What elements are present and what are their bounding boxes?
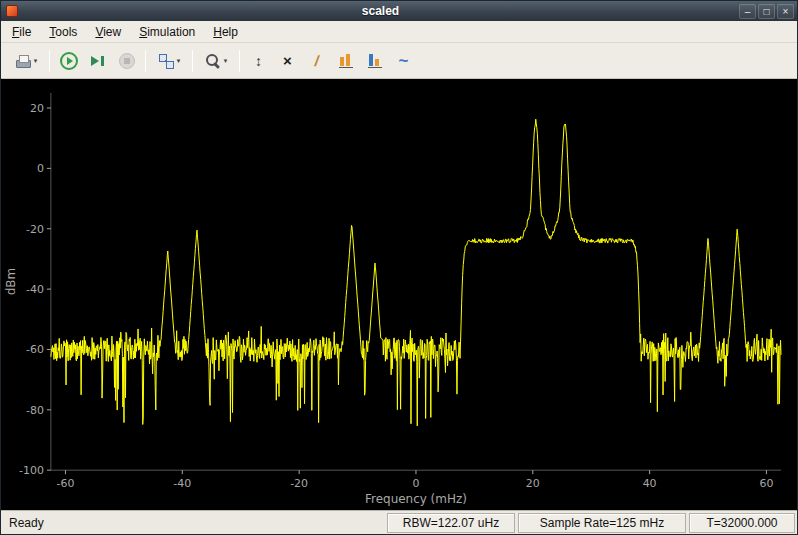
autoscale-axes-button[interactable]: ↕ [245, 47, 272, 74]
dropdown-arrow-icon: ▼ [33, 58, 39, 64]
toolbar: ▼ ▼ ▼ ↕ × / [1, 43, 797, 79]
print-button[interactable]: ▼ [8, 47, 44, 74]
x-tick-label: 0 [412, 477, 419, 490]
channel-measurements-button[interactable] [332, 47, 359, 74]
y-tick-label: -100 [19, 464, 44, 477]
zoom-button[interactable]: ▼ [198, 47, 234, 74]
statusbar: Ready RBW=122.07 uHz Sample Rate=125 mHz… [1, 510, 797, 534]
toolbar-separator [49, 50, 50, 72]
close-button[interactable]: × [777, 4, 794, 19]
magnifier-icon [204, 52, 222, 70]
spectrum-analyzer-window: scaled – □ × File Tools View Simulation … [0, 0, 798, 535]
cursor-measurements-button[interactable]: × [274, 47, 301, 74]
plot-panel[interactable]: 200-20-40-60-80-100-60-40-200204060Frequ… [1, 79, 797, 510]
sample-rate-field: Sample Rate=125 mHz [518, 513, 686, 533]
y-tick-label: 0 [37, 162, 44, 175]
dropdown-arrow-icon: ▼ [223, 58, 229, 64]
play-icon [60, 52, 78, 70]
cursors-icon: × [279, 52, 297, 70]
toolbar-separator [239, 50, 240, 72]
dropdown-arrow-icon: ▼ [176, 58, 182, 64]
rbw-field: RBW=122.07 uHz [387, 513, 515, 533]
status-text: Ready [3, 516, 50, 530]
stop-icon [118, 52, 136, 70]
y-tick-label: -20 [26, 223, 44, 236]
x-tick-label: 60 [759, 477, 773, 490]
window-title: scaled [22, 4, 739, 18]
x-tick-label: 40 [643, 477, 657, 490]
plot-background [1, 79, 797, 510]
minimize-button[interactable]: – [739, 4, 756, 19]
window-controls: – □ × [739, 4, 794, 19]
printer-icon [14, 52, 32, 70]
y-tick-label: -40 [26, 283, 44, 296]
x-tick-label: -40 [173, 477, 191, 490]
toolbar-separator [192, 50, 193, 72]
y-tick-label: -80 [26, 404, 44, 417]
y-axis-label: dBm [4, 268, 18, 295]
y-tick-label: 20 [30, 102, 44, 115]
peak-finder-button[interactable]: / [303, 47, 330, 74]
x-axis-label: Frequency (mHz) [365, 492, 467, 506]
slope-icon: / [306, 52, 327, 70]
toolbar-separator [145, 50, 146, 72]
blocks-icon [157, 52, 175, 70]
x-tick-label: -20 [290, 477, 308, 490]
menubar: File Tools View Simulation Help [1, 21, 797, 43]
menu-tools[interactable]: Tools [40, 21, 86, 42]
x-tick-label: 20 [526, 477, 540, 490]
menu-simulation[interactable]: Simulation [130, 21, 204, 42]
expand-axes-icon: ↕ [250, 52, 268, 70]
distortion-measurements-button[interactable] [361, 47, 388, 74]
spectrum-plot[interactable]: 200-20-40-60-80-100-60-40-200204060Frequ… [1, 79, 797, 510]
wave-icon: ~ [395, 52, 413, 70]
menu-view[interactable]: View [86, 21, 130, 42]
app-icon [6, 5, 18, 17]
time-field: T=32000.000 [689, 513, 795, 533]
maximize-button[interactable]: □ [758, 4, 775, 19]
step-forward-button[interactable] [84, 47, 111, 74]
step-forward-icon [89, 52, 107, 70]
histogram-icon [337, 52, 355, 70]
menu-file[interactable]: File [3, 21, 40, 42]
spectral-mask-button[interactable]: ~ [390, 47, 417, 74]
titlebar[interactable]: scaled – □ × [1, 1, 797, 21]
stop-button[interactable] [113, 47, 140, 74]
y-tick-label: -60 [26, 343, 44, 356]
x-tick-label: -60 [57, 477, 75, 490]
dual-bars-icon [366, 52, 384, 70]
simulation-settings-button[interactable]: ▼ [151, 47, 187, 74]
run-button[interactable] [55, 47, 82, 74]
menu-help[interactable]: Help [204, 21, 247, 42]
